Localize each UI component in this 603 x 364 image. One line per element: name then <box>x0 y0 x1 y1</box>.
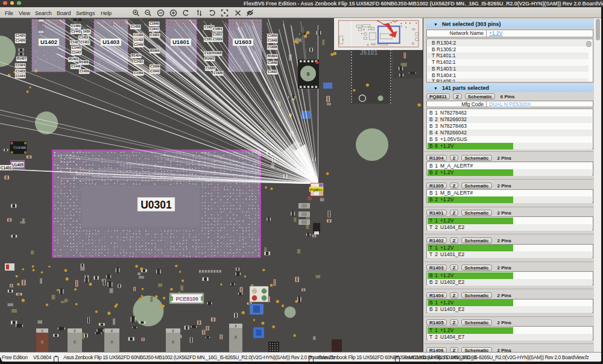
menu-item-help[interactable]: Help <box>101 10 112 16</box>
schematic-button[interactable]: Schematic <box>461 292 491 298</box>
part-pin-row[interactable]: B3N78278463 <box>428 123 592 130</box>
net-list-item[interactable]: B R1305:2 <box>428 46 589 53</box>
close-traffic-light[interactable] <box>3 1 7 5</box>
menu-item-search[interactable]: Search <box>35 10 52 16</box>
rotate-cw-icon[interactable] <box>208 9 216 17</box>
sidebar-content: ▼Net selected (303 pins)Network Name+1.2… <box>426 18 593 352</box>
ref-label-c1431: C1431 <box>133 60 144 64</box>
part-pin-row[interactable]: T1+1.2V <box>428 245 592 251</box>
net-list-item[interactable]: B R1403:1 <box>428 66 589 72</box>
schematic-button[interactable]: Schematic <box>461 210 491 216</box>
menu-item-settings[interactable]: Settings <box>76 10 95 16</box>
part-name-button[interactable]: R1404 <box>426 292 447 298</box>
zoom-to-part-button[interactable]: Z <box>453 93 462 99</box>
clear-icon[interactable] <box>234 9 242 17</box>
net-list-item[interactable]: T R1401:1 <box>428 52 589 59</box>
pins-count-label: 2 Pins <box>497 265 512 271</box>
svg-text:PCE8109: PCE8109 <box>175 296 198 302</box>
part-pin-row[interactable]: T2U1401_E2 <box>428 251 592 258</box>
part-pin-row[interactable]: B1+1.2V <box>428 272 592 279</box>
svg-text:C1443: C1443 <box>71 30 80 33</box>
net-list-item[interactable]: T R1405:1 <box>428 78 589 83</box>
part-pin-row[interactable]: B5+1.05VSUS <box>428 136 592 143</box>
part-name-button[interactable]: R1401 <box>426 210 447 216</box>
zoom-out-icon[interactable] <box>144 9 152 17</box>
part-name-button[interactable]: R1405 <box>426 319 447 325</box>
svg-text:C1432: C1432 <box>134 38 143 42</box>
part-name-button[interactable]: R1406 <box>426 347 447 353</box>
zoom-to-part-button[interactable]: Z <box>450 237 459 243</box>
minus-circle-icon[interactable] <box>157 9 165 17</box>
ref-label-c142: C142 <box>70 40 78 45</box>
part-pin-row[interactable]: B2N78266032 <box>428 116 592 123</box>
section-divider <box>425 344 593 344</box>
window-title: FlexBV5 Free Edition - Asus Zenbook Flip… <box>244 1 603 7</box>
schematic-button[interactable]: Schematic <box>461 183 491 189</box>
zoom-to-part-button[interactable]: Z <box>450 210 459 216</box>
panel-header-parts-selected[interactable]: ▼141 parts selected <box>426 84 593 92</box>
part-pin-row[interactable]: B1M_B_ALERT# <box>428 190 592 196</box>
board-canvas[interactable]: J5101122229———U1406U1402U1403U1601U1603U… <box>0 18 423 352</box>
part-name-button[interactable]: PQ8811 <box>426 93 450 99</box>
part-pin-row[interactable]: T2U1404_E2 <box>428 224 592 231</box>
flip-vertical-icon[interactable] <box>195 9 203 17</box>
net-list-item[interactable]: B R1304:2 <box>428 40 589 46</box>
pin-number: 2 <box>434 224 438 231</box>
svg-text:C1628: C1628 <box>268 45 277 49</box>
part-pin-row[interactable]: B2U1402_E2 <box>428 279 592 286</box>
part-pce8109: 12PCE8109 <box>169 293 204 304</box>
net-list-scrollbar-thumb[interactable] <box>586 41 592 47</box>
sidebar-scrollbar-thumb[interactable] <box>596 19 601 40</box>
menu-item-file[interactable]: File <box>5 10 13 16</box>
part-pin-list: B1N78278462B2N78266032B3N78278463B4N7826… <box>426 108 593 149</box>
zoom-to-part-button[interactable]: Z <box>450 183 459 189</box>
pins-count-label: 2 Pins <box>497 183 512 189</box>
schematic-button[interactable]: Schematic <box>461 319 491 325</box>
board-minimap[interactable] <box>334 18 423 50</box>
part-pin-row[interactable]: T1+1.2V <box>428 218 592 224</box>
schematic-button[interactable]: Schematic <box>461 155 491 161</box>
fit-view-icon[interactable] <box>221 9 229 17</box>
part-pin-list: T1+1.2VT2U1401_E2 <box>426 244 593 258</box>
part-pin-row[interactable]: B4N78266042 <box>428 130 592 136</box>
hide-eye-icon[interactable] <box>246 9 254 17</box>
part-name-button[interactable]: R1305 <box>426 183 447 189</box>
schematic-button[interactable]: Schematic <box>461 347 491 353</box>
part-pin-row[interactable]: B6+1.2V <box>428 143 592 149</box>
part-pin-row[interactable]: B2+1.2V <box>428 196 592 203</box>
mfg-code-link[interactable]: DUAL N PE5320X <box>489 101 531 108</box>
svg-text:U0301: U0301 <box>140 199 172 211</box>
zoom-to-part-button[interactable]: Z <box>450 347 459 353</box>
ref-label-c1449: C1449 <box>133 43 144 47</box>
schematic-button[interactable]: Schematic <box>461 265 491 271</box>
zoom-to-part-button[interactable]: Z <box>450 319 459 325</box>
network-name-link[interactable]: +1.2V <box>489 30 502 37</box>
part-pin-row[interactable]: B2U1403_E2 <box>428 306 592 313</box>
part-pin-row[interactable]: B1+1.2V <box>428 300 592 306</box>
schematic-button[interactable]: Schematic <box>465 93 495 99</box>
zoom-to-part-button[interactable]: Z <box>450 265 459 271</box>
rotate-ccw-icon[interactable] <box>182 9 190 17</box>
part-name-button[interactable]: R1403 <box>426 265 447 271</box>
schematic-button[interactable]: Schematic <box>461 237 491 243</box>
part-name-button[interactable]: R1402 <box>426 237 447 243</box>
part-pin-row[interactable]: T2U1404_E7 <box>428 334 592 340</box>
plus-circle-icon[interactable] <box>169 9 177 17</box>
svg-text:J5101: J5101 <box>360 49 377 56</box>
menu-item-board[interactable]: Board <box>57 10 71 16</box>
zoom-in-icon[interactable] <box>132 9 140 17</box>
zoom-traffic-light[interactable] <box>17 1 21 5</box>
panel-header-net-selected[interactable]: ▼Net selected (303 pins) <box>426 20 593 28</box>
part-pin-row[interactable]: B1M_A_ALERT# <box>428 163 592 169</box>
minimize-traffic-light[interactable] <box>10 1 14 5</box>
zoom-to-part-button[interactable]: Z <box>450 292 459 298</box>
part-pin-row[interactable]: B1N78278462 <box>428 110 592 116</box>
net-list-item[interactable]: T R1402:1 <box>428 59 589 66</box>
net-list-item[interactable]: B R1404:1 <box>428 72 589 79</box>
part-pin-row[interactable]: T1+1.2V <box>428 327 592 334</box>
net-pin-list[interactable]: B R1304:2B R1305:2T R1401:1T R1402:1B R1… <box>426 39 593 83</box>
zoom-to-part-button[interactable]: Z <box>450 155 459 161</box>
menu-item-view[interactable]: View <box>19 10 30 16</box>
part-name-button[interactable]: R1304 <box>426 155 447 161</box>
part-pin-row[interactable]: B2+1.2V <box>428 169 592 176</box>
